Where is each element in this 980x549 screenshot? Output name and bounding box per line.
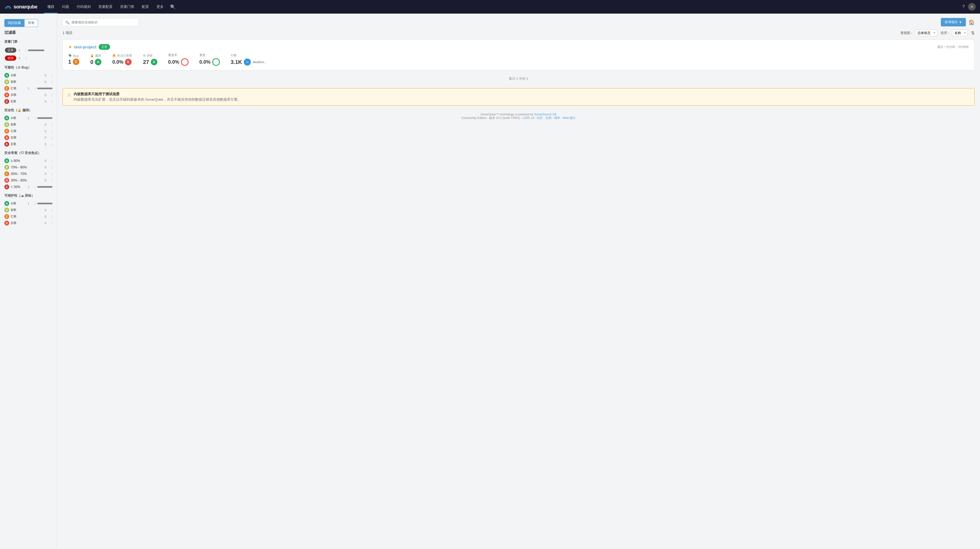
security-d: D D率 0 | [4, 134, 52, 141]
sec-review-a-count: 0 [45, 159, 50, 163]
filter-title: 过滤器 [4, 30, 52, 35]
nav-item-rules[interactable]: 代码规则 [73, 0, 94, 14]
nav-item-issues[interactable]: 问题 [59, 0, 72, 14]
nav-item-quality-profiles[interactable]: 质量配置 [95, 0, 116, 14]
reliability-e: E E率 0 | [4, 98, 52, 105]
maintain-a-count: 1 [28, 202, 33, 205]
maintain-d-circle: D [4, 221, 9, 225]
smell-metric: ⚙ 异味 27 A [143, 54, 157, 65]
footer-tech-link[interactable]: SonarSource SA [534, 113, 557, 116]
maintain-b-count: 0 [45, 208, 50, 212]
search-input[interactable] [62, 18, 138, 26]
sec-review-d-circle: D [4, 178, 9, 183]
duplication-metric: 重复 0.0% [199, 53, 220, 66]
reliability-c-bar [37, 88, 52, 89]
help-icon[interactable]: ? [963, 4, 965, 9]
duplication-circle [212, 58, 220, 66]
nav-item-more[interactable]: 更多 [153, 0, 167, 14]
security-a-label: A率 [11, 116, 26, 121]
view-select[interactable]: 总体状态 [915, 30, 937, 36]
main-layout: 我的收藏所有 过滤器 质量门禁 正常 1 | 错误 0 | 可靠性（☆ Bug）… [0, 14, 980, 549]
reliability-d: D D率 0 | [4, 92, 52, 98]
sort-direction-icon[interactable]: ⇅ [971, 30, 975, 36]
vuln-value-row: 0 A [90, 59, 101, 65]
quality-gate-fail-tag[interactable]: 错误 [5, 56, 16, 61]
quality-gate-pass-bar [28, 49, 44, 51]
reliability-b-label: B率 [11, 80, 43, 85]
smell-value-row: 27 A [143, 59, 157, 65]
sec-review-b: B 70% - 80% 0 | [4, 164, 52, 171]
new-project-button[interactable]: 新增项目 ▼ [941, 18, 966, 26]
maintain-b-label: B率 [11, 208, 43, 212]
my-favorites-toggle[interactable]: 我的收藏 [4, 19, 24, 27]
maintain-b-circle: B [4, 207, 9, 212]
footer-tech: SonarQube™ technology is powered by Sona… [62, 113, 975, 116]
footer-web-api-link[interactable]: Web 接口 [563, 116, 576, 120]
footer-community-link[interactable]: 社区 [537, 116, 543, 120]
reliability-a-count: 0 [45, 74, 50, 77]
sec-review-e: E < 30% 1 | [4, 184, 52, 190]
maintain-a-label: A率 [11, 201, 26, 206]
smell-label: ⚙ 异味 [143, 54, 153, 57]
filter-row-pass: 正常 1 | [4, 46, 52, 54]
security-e-count: 0 [45, 142, 50, 146]
security-b-count: 0 [45, 123, 50, 126]
sec-review-e-label: < 30% [11, 185, 26, 189]
footer-lgpl-link[interactable]: LGPL v3 [523, 116, 534, 120]
quality-gate-pass-tag[interactable]: 正常 [5, 48, 16, 53]
security-c-label: C率 [11, 129, 43, 134]
home-icon-button[interactable]: 🏠 [969, 19, 975, 25]
nav-item-administration[interactable]: 配置 [138, 0, 152, 14]
security-b: B B率 0 | [4, 121, 52, 128]
bug-label: 🪲 Bug [68, 54, 78, 57]
sort-select[interactable]: 名称 [952, 30, 968, 36]
user-avatar[interactable]: A [968, 3, 976, 11]
sec-review-a-circle: A [4, 158, 9, 163]
global-search-icon[interactable]: 🔍 [168, 4, 178, 10]
language-badge: JS [244, 59, 251, 65]
security-d-count: 0 [45, 136, 50, 139]
warning-icon: ⚠ [67, 92, 71, 97]
sec-review-e-circle: E [4, 184, 9, 189]
logo[interactable]: sonarqube [4, 3, 38, 11]
lines-label: 行数 [231, 53, 237, 57]
security-a-bar [37, 117, 52, 119]
security-b-circle: B [4, 122, 9, 127]
security-b-label: B率 [11, 123, 43, 127]
hotspot-percent: 0.0% [112, 59, 123, 65]
security-a-circle: A [4, 116, 9, 121]
quality-gate-fail-count: 0 [19, 57, 24, 60]
last-analysis-text: 最近一次分析：5分钟前 [937, 45, 969, 49]
project-name-wrap: ★ test-project 正常 [68, 44, 110, 50]
reliability-e-label: E率 [11, 99, 43, 104]
reliability-d-count: 0 [45, 93, 50, 97]
project-name-link[interactable]: test-project [74, 45, 97, 49]
nav-item-quality-gates[interactable]: 质量门禁 [117, 0, 137, 14]
coverage-metric: 覆盖率 0.0% [168, 53, 189, 66]
warning-banner: ⚠ 内嵌数据库只能用于测试场景 内嵌数据库无法扩展，也无法升级到新版本的 Son… [62, 88, 975, 105]
project-card-header: ★ test-project 正常 最近一次分析：5分钟前 [68, 44, 969, 50]
security-review-section-title: 安全审查（🛡 安全热点） [4, 151, 52, 155]
reliability-b-circle: B [4, 80, 9, 85]
nav-item-projects[interactable]: 项目 [44, 0, 57, 14]
content-area: 🔍 新增项目 ▼ 🏠 1 项目 透视图： [57, 14, 980, 84]
footer-plugins-link[interactable]: 插件 [554, 116, 560, 120]
reliability-e-circle: E [4, 99, 9, 104]
footer-links: Community Edition - 版本 10.1 (build 73491… [62, 116, 975, 120]
view-controls: 透视图： 总体状态 排序： 名称 [900, 30, 975, 36]
sec-review-b-count: 0 [45, 166, 50, 169]
footer-docs-link[interactable]: 文档 [546, 116, 551, 120]
sec-review-d-count: 0 [45, 179, 50, 182]
footer: SonarQube™ technology is powered by Sona… [57, 110, 980, 125]
smell-icon: ⚙ [143, 54, 146, 57]
duplication-label: 重复 [199, 53, 205, 57]
quality-gate-pass-count: 1 [19, 49, 24, 52]
all-toggle[interactable]: 所有 [24, 19, 38, 27]
favorite-star-icon[interactable]: ★ [68, 44, 72, 49]
security-c-circle: C [4, 129, 9, 134]
display-count: 显示 1 中的 1 [62, 74, 975, 84]
search-bar-row: 🔍 新增项目 ▼ 🏠 [62, 14, 975, 26]
duplication-value-row: 0.0% [199, 58, 220, 66]
maintain-b: B B率 0 | [4, 207, 52, 213]
security-d-label: D率 [11, 136, 43, 140]
